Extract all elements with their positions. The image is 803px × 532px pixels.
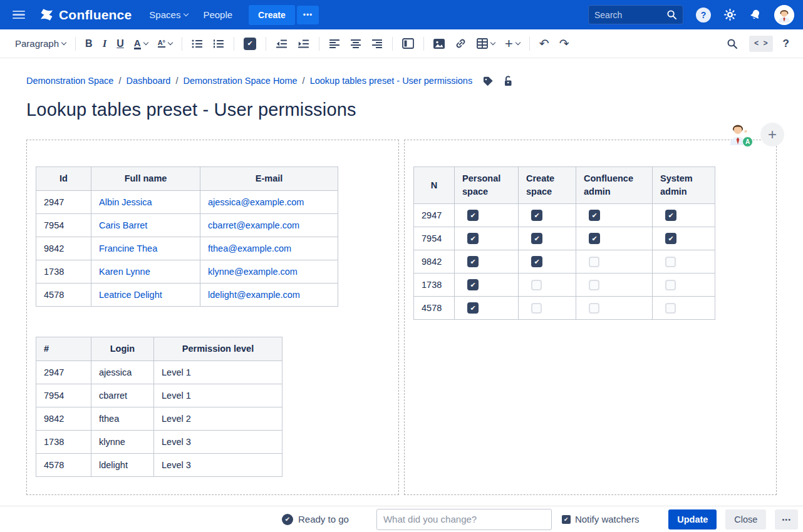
permission-cell xyxy=(576,250,653,274)
align-right-button[interactable] xyxy=(366,36,388,51)
user-id-cell: 7954 xyxy=(36,214,91,237)
permissions-table-header-row: NPersonal spaceCreate spaceConfluence ad… xyxy=(414,167,715,204)
permission-checkbox[interactable] xyxy=(467,256,479,267)
permission-checkbox[interactable] xyxy=(467,279,479,290)
align-center-button[interactable] xyxy=(345,36,366,51)
insert-link-button[interactable] xyxy=(450,35,472,52)
find-replace-icon[interactable] xyxy=(722,36,743,52)
breadcrumb-link[interactable]: Demonstration Space Home xyxy=(183,76,297,86)
bullet-list-button[interactable] xyxy=(187,36,208,51)
source-editor-button[interactable]: < > xyxy=(749,36,773,52)
indent-button[interactable] xyxy=(293,36,314,51)
permission-checkbox[interactable] xyxy=(665,257,676,267)
permission-checkbox[interactable] xyxy=(531,280,542,290)
breadcrumb-link[interactable]: Demonstration Space xyxy=(26,76,113,86)
confluence-logo[interactable]: Confluence xyxy=(39,7,132,23)
user-name-link[interactable]: Albin Jessica xyxy=(99,197,152,207)
italic-button[interactable]: I xyxy=(98,35,112,53)
search-box[interactable] xyxy=(588,5,683,24)
toolbar-divider xyxy=(392,37,393,51)
user-email-link[interactable]: cbarret@example.com xyxy=(208,220,299,230)
permission-checkbox[interactable] xyxy=(665,280,676,290)
underline-button[interactable]: U xyxy=(111,36,129,52)
user-name-link[interactable]: Caris Barret xyxy=(99,220,147,230)
permission-checkbox[interactable] xyxy=(467,233,479,244)
layout-section-right[interactable]: NPersonal spaceCreate spaceConfluence ad… xyxy=(404,140,777,495)
permission-checkbox[interactable] xyxy=(467,302,479,314)
task-list-button[interactable] xyxy=(239,35,261,53)
outdent-button[interactable] xyxy=(271,36,293,51)
user-email-link[interactable]: ajessica@example.com xyxy=(208,197,304,207)
redo-button[interactable]: ↷ xyxy=(554,36,574,51)
insert-image-button[interactable] xyxy=(428,36,450,51)
settings-gear-icon[interactable] xyxy=(723,8,737,21)
notify-watchers-checkbox[interactable] xyxy=(562,515,571,524)
users-column-header: Full name xyxy=(91,167,200,191)
user-name-link[interactable]: Leatrice Delight xyxy=(99,290,162,300)
permission-checkbox[interactable] xyxy=(589,257,599,267)
user-name-link[interactable]: Karen Lynne xyxy=(99,267,150,277)
user-name-cell: Karen Lynne xyxy=(91,260,200,284)
insert-more-dropdown[interactable]: + xyxy=(500,36,525,51)
editor-help-button[interactable]: ? xyxy=(779,38,793,50)
breadcrumb: Demonstration Space/Dashboard/Demonstrat… xyxy=(26,58,777,86)
nav-item-people[interactable]: People xyxy=(195,6,240,24)
insert-table-dropdown[interactable] xyxy=(472,36,500,51)
collaborator-avatar[interactable]: A xyxy=(725,121,750,148)
permission-checkbox[interactable] xyxy=(665,233,676,244)
search-icon[interactable] xyxy=(666,9,677,20)
text-color-dropdown[interactable]: A xyxy=(129,36,153,52)
permission-checkbox[interactable] xyxy=(531,233,542,244)
notifications-bell-icon[interactable] xyxy=(747,6,764,23)
labels-tag-icon[interactable] xyxy=(482,76,493,86)
toolbar-divider xyxy=(182,37,182,51)
text-style-dropdown[interactable]: A° xyxy=(153,37,177,50)
breadcrumb-link[interactable]: Lookup tables preset - User permissions xyxy=(310,76,473,86)
create-button[interactable]: Create xyxy=(249,5,295,25)
page-title[interactable]: Lookup tables preset - User permissions xyxy=(26,100,777,120)
align-left-button[interactable] xyxy=(324,36,345,51)
permission-checkbox[interactable] xyxy=(531,210,542,221)
update-button[interactable]: Update xyxy=(668,509,717,529)
invite-plus-button[interactable]: + xyxy=(760,123,784,146)
help-icon[interactable]: ? xyxy=(696,8,711,23)
change-comment-input[interactable] xyxy=(376,509,552,530)
hamburger-menu-icon[interactable] xyxy=(13,11,25,19)
unrestricted-lock-icon[interactable] xyxy=(503,75,513,86)
user-email-link[interactable]: ldelight@example.com xyxy=(208,290,300,300)
permission-checkbox[interactable] xyxy=(589,233,600,244)
task-checkbox-icon xyxy=(244,38,256,50)
chevron-down-icon xyxy=(143,40,148,45)
user-id-cell: 4578 xyxy=(36,284,91,307)
layout-section-left[interactable]: IdFull nameE-mail 2947Albin Jessicaajess… xyxy=(26,140,399,495)
permission-cell xyxy=(455,274,519,297)
permission-checkbox[interactable] xyxy=(665,303,676,314)
user-name-link[interactable]: Francine Thea xyxy=(99,243,157,253)
permission-checkbox[interactable] xyxy=(589,280,599,290)
permission-checkbox[interactable] xyxy=(467,210,479,221)
breadcrumb-link[interactable]: Dashboard xyxy=(126,76,170,86)
user-email-link[interactable]: fthea@example.com xyxy=(208,243,291,253)
paragraph-style-dropdown[interactable]: Paragraph xyxy=(10,36,71,51)
permission-level-cell: Level 1 xyxy=(154,384,282,407)
permission-checkbox[interactable] xyxy=(665,210,676,221)
user-id-cell: 1738 xyxy=(36,260,91,284)
undo-button[interactable]: ↶ xyxy=(534,36,554,51)
search-input[interactable] xyxy=(594,10,666,20)
permission-user-id-cell: 4578 xyxy=(414,297,455,320)
page-layout-button[interactable] xyxy=(397,36,419,51)
footer-more-button[interactable]: ••• xyxy=(775,509,798,529)
permission-checkbox[interactable] xyxy=(531,303,542,314)
nav-more-button[interactable]: ••• xyxy=(297,6,319,24)
ready-check-icon xyxy=(282,514,293,525)
user-email-link[interactable]: klynne@example.com xyxy=(208,267,298,277)
nav-item-spaces[interactable]: Spaces xyxy=(142,6,195,24)
permission-checkbox[interactable] xyxy=(589,303,599,314)
close-button[interactable]: Close xyxy=(725,509,766,529)
user-email-cell: fthea@example.com xyxy=(200,237,338,260)
numbered-list-button[interactable] xyxy=(208,36,229,51)
permission-checkbox[interactable] xyxy=(589,210,600,221)
user-avatar[interactable] xyxy=(774,5,794,25)
bold-button[interactable]: B xyxy=(80,36,98,52)
permission-checkbox[interactable] xyxy=(531,256,542,267)
